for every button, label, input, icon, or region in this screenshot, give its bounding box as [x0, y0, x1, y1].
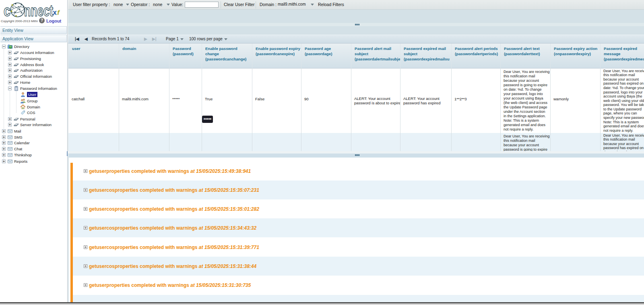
svg-text:x: x — [53, 8, 57, 17]
svg-text:f: f — [57, 9, 60, 17]
svg-text:c: c — [4, 2, 10, 19]
svg-text:nnect: nnect — [24, 2, 53, 19]
